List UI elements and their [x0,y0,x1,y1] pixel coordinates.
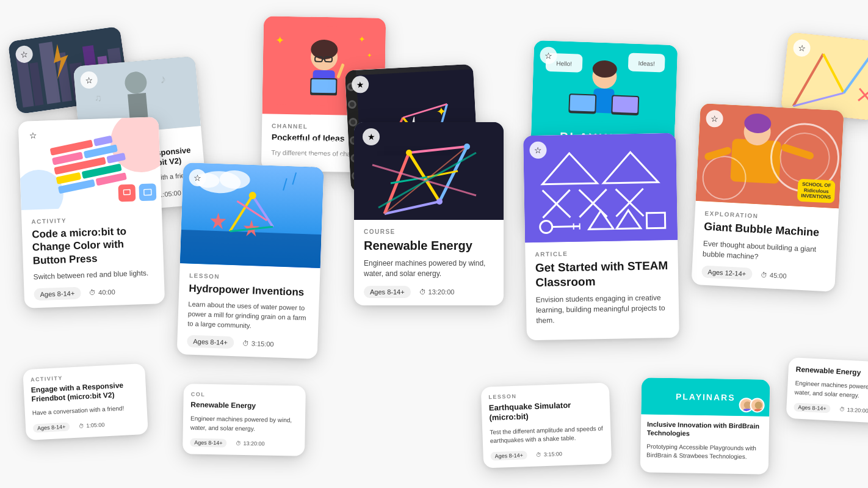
svg-point-65 [436,198,443,205]
card-body-13: LESSON Earthquake Simulator (micro:bit) … [481,382,612,468]
card-time-9: ⏱ 45:00 [761,271,787,280]
card-steam-article[interactable]: ☆ ARTICLE Get Started with STEAM Classro… [523,133,679,340]
card-friendbot-bottom[interactable]: ACTIVITY Engage with a Responsive Friend… [23,363,148,440]
card-renewable-far-right[interactable]: Renewable Energy Engineer machines power… [786,357,868,424]
card-type-13: LESSON [488,390,602,400]
svg-line-91 [552,227,580,227]
card-meta-4: Ages 8-14+ ⏱ 40:00 [34,285,155,301]
card-time-6: ⏱ 13:20:00 [419,288,455,296]
card-bubble-machine[interactable]: SCHOOL OFRidiculousINVENTIONS ☆ EXPLORAT… [691,103,844,292]
svg-text:✦: ✦ [367,52,372,59]
card-inclusive-bottom[interactable]: PLAYINARS Inclusive Innovation with Bird… [640,377,770,474]
card-title-4: Code a micro:bit to Change Color with Bu… [32,224,154,268]
svg-rect-78 [570,95,595,111]
svg-text:✦: ✦ [275,34,284,46]
svg-rect-116 [743,409,751,412]
main-scene: ☆ ♪ ♫ ☆ ACTIVITY Engage with a Responsiv… [0,0,868,488]
card-time-11: ⏱ 1:05:00 [78,421,104,429]
card-body-11: ACTIVITY Engage with a Responsive Friend… [23,363,148,440]
card-ages-13: Ages 8-14+ [490,451,527,461]
card-meta-12: Ages 8-14+ ⏱ 13:20:00 [190,438,297,448]
card-body-15: Renewable Energy Engineer machines power… [786,357,868,424]
card-type-4: ACTIVITY [31,214,152,225]
svg-point-117 [754,401,762,409]
card-time-4: ⏱ 40:00 [89,288,115,296]
card-type-12: COL [191,391,298,399]
card-ages-4: Ages 8-14+ [34,287,81,301]
card-title-8: Get Started with STEAM Classroom [535,258,669,290]
card-type-5: LESSON [189,272,310,283]
card-desc-4: Switch between red and blue lights. [33,268,154,282]
svg-text:✦: ✦ [358,34,365,44]
card-meta-9: Ages 12-14+ ⏱ 45:00 [701,266,826,285]
card-desc-14: Prototyping Accessible Playgrounds with … [646,442,762,462]
card-time-12: ⏱ 13:20:00 [236,440,265,447]
svg-text:✦: ✦ [436,104,447,118]
card-meta-11: Ages 8-14+ ⏱ 1:05:00 [33,418,140,432]
card-desc-6: Engineer machines powered by wind, water… [364,258,494,280]
card-earthquake[interactable]: LESSON Earthquake Simulator (micro:bit) … [481,382,612,468]
card-body-5: LESSON Hydropower Inventions Learn about… [177,263,320,359]
card-desc-5: Learn about the uses of water power to p… [187,300,309,333]
card-time-13: ⏱ 3:15:00 [536,451,562,457]
card-title-13: Earthquake Simulator (micro:bit) [489,399,603,423]
svg-rect-45 [180,230,322,268]
card-ages-11: Ages 8-14+ [33,422,70,432]
card-title-11: Engage with a Responsive Friendbot (micr… [31,380,139,404]
svg-rect-118 [754,409,762,412]
card-title-9: Giant Bubble Machine [704,220,828,240]
card-title-6: Renewable Energy [364,238,494,253]
svg-rect-26 [311,79,336,93]
card-time-15: ⏱ 13:20:00 [839,406,868,414]
card-type-6: COURSE [364,228,494,235]
card-title-5: Hydropower Inventions [189,282,310,299]
card-hydropower[interactable]: ☆ LESSON Hydropower Inventions Learn abo… [177,162,324,359]
card-title-14: Inclusive Innovation with BirdBrain Tech… [647,420,763,439]
card-desc-9: Ever thought about building a giant bubb… [703,238,828,266]
card-title-12: Renewable Energy [190,400,298,411]
card-body-14: Inclusive Innovation with BirdBrain Tech… [640,414,770,474]
card-meta-15: Ages 8-14+ ⏱ 13:20:00 [794,402,868,417]
card-type-8: ARTICLE [535,249,668,258]
card-body-12: COL Renewable Energy Engineer machines p… [183,384,306,456]
card-ages-5: Ages 8-14+ [187,335,234,349]
svg-point-66 [464,144,470,150]
card-renewable-main[interactable]: ★ COURSE Renewable Energy Engineer machi… [354,122,504,305]
card-ages-9: Ages 12-14+ [701,266,753,280]
svg-text:PLAYINARS: PLAYINARS [676,391,736,402]
card-body-4: ACTIVITY Code a micro:bit to Change Colo… [21,205,165,308]
card-microbit[interactable]: ☆ ACTIVITY Code a micro:bit to Change Co… [18,117,165,308]
svg-text:Ideas!: Ideas! [638,60,655,67]
star-button-6[interactable]: ★ [363,128,380,145]
card-desc-8: Envision students engaging in creative l… [536,293,670,327]
svg-rect-40 [144,190,151,195]
card-meta-13: Ages 8-14+ ⏱ 3:15:00 [490,448,604,460]
svg-point-64 [406,150,412,156]
card-renewable-small[interactable]: COL Renewable Energy Engineer machines p… [183,384,306,456]
card-title-15: Renewable Energy [795,365,868,379]
card-desc-12: Engineer machines powered by wind, water… [190,414,298,434]
svg-text:♪: ♪ [159,72,167,86]
card-ages-6: Ages 8-14+ [364,286,411,298]
card-time-5: ⏱ 3:15:00 [242,340,274,348]
svg-rect-38 [124,190,130,194]
card-meta-6: Ages 8-14+ ⏱ 13:20:00 [364,286,494,298]
card-far-right-bg[interactable]: ☆ [781,32,868,120]
svg-rect-80 [612,97,638,113]
card-body-6: COURSE Renewable Energy Engineer machine… [354,220,504,305]
card-desc-15: Engineer machines powered by wind, water… [794,379,868,402]
card-ages-12: Ages 8-14+ [190,438,227,447]
card-desc-13: Test the different amplitude and speeds … [490,424,604,445]
svg-text:Hello!: Hello! [556,60,572,67]
card-desc-11: Have a conversation with a friend! [32,403,140,418]
card-body-9: EXPLORATION Giant Bubble Machine Ever th… [691,201,839,292]
svg-text:♫: ♫ [94,92,102,103]
card-meta-5: Ages 8-14+ ⏱ 3:15:00 [187,335,308,352]
card-ages-15: Ages 8-14+ [794,402,831,413]
card-body-8: ARTICLE Get Started with STEAM Classroom… [525,240,679,340]
